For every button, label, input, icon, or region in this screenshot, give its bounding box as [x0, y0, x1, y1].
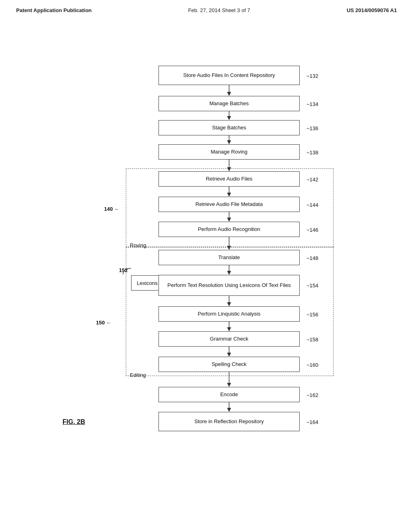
- box-156: Perform Linquistic Analysis: [159, 306, 300, 322]
- ref-154: ~154: [307, 283, 318, 289]
- ref-146: ~146: [307, 227, 318, 233]
- ref-132: ~132: [307, 73, 318, 79]
- ref-150: 150 ←: [96, 320, 111, 326]
- patent-header: Patent Application Publication Feb. 27, …: [0, 0, 413, 17]
- ref-156: ~156: [307, 312, 318, 318]
- box-142: Retrieve Audio Files: [159, 171, 300, 187]
- svg-marker-3: [227, 116, 231, 120]
- ref-148: ~148: [307, 255, 318, 261]
- box-134: Manage Batches: [159, 96, 300, 111]
- ref-144: ~144: [307, 202, 318, 208]
- ref-140: 140 ←: [104, 206, 119, 212]
- box-144: Retrieve Audio File Metadata: [159, 197, 300, 212]
- box-138: Manage Roving: [159, 144, 300, 160]
- box-146: Perform Audio Recognition: [159, 222, 300, 237]
- box-136: Stage Batches: [159, 120, 300, 135]
- box-160: Spelling Check: [159, 357, 300, 372]
- header-center: Feb. 27, 2014 Sheet 3 of 7: [188, 7, 250, 13]
- editing-label: Editing: [130, 372, 146, 378]
- header-left: Patent Application Publication: [16, 7, 92, 13]
- ref-162: ~162: [307, 392, 318, 398]
- ref-134: ~134: [307, 101, 318, 107]
- ref-152-bracket: [121, 266, 133, 278]
- ref-136: ~136: [307, 125, 318, 131]
- box-154: Perform Text Resolution Using Lexicons O…: [159, 275, 300, 296]
- ref-142: ~142: [307, 177, 318, 183]
- box-148: Translate: [159, 250, 300, 265]
- diagram-area: Roving Editing Store Audio Files In Cont…: [0, 21, 413, 517]
- box-164: Store in Reflection Repository: [159, 412, 300, 431]
- box-158: Grammar Check: [159, 331, 300, 347]
- ref-160: ~160: [307, 362, 318, 368]
- fig-label: FIG. 2B: [63, 418, 85, 426]
- svg-marker-5: [227, 140, 231, 144]
- ref-158: ~158: [307, 337, 318, 343]
- box-162: Encode: [159, 387, 300, 402]
- ref-138: ~138: [307, 150, 318, 156]
- ref-164: ~164: [307, 419, 318, 425]
- box-132: Store Audio Files In Content Repository: [159, 66, 300, 85]
- svg-marker-25: [227, 408, 231, 412]
- svg-marker-23: [227, 383, 231, 387]
- header-right: US 2014/0059076 A1: [346, 7, 397, 13]
- svg-marker-1: [227, 92, 231, 96]
